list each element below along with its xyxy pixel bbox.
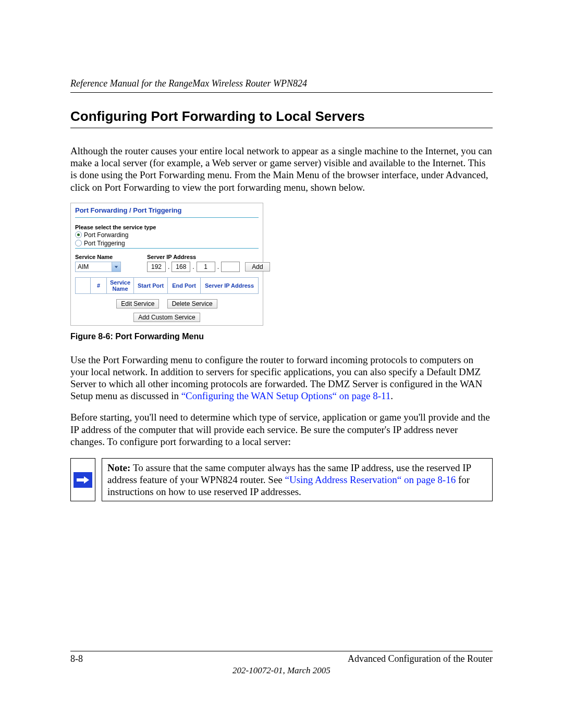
panel-title: Port Forwarding / Port Triggering bbox=[75, 205, 259, 217]
ip-octet-4[interactable] bbox=[221, 262, 240, 272]
crossref-address-reservation[interactable]: “Using Address Reservation“ on page 8-16 bbox=[285, 474, 456, 485]
ip-octet-3[interactable]: 1 bbox=[197, 262, 215, 272]
select-value: AIM bbox=[78, 263, 89, 270]
col-server-ip: Server IP Address bbox=[201, 277, 259, 293]
radio-label: Port Forwarding bbox=[84, 231, 128, 239]
add-button[interactable]: Add bbox=[245, 262, 270, 272]
svg-marker-0 bbox=[115, 266, 118, 268]
footer-docid: 202-10072-01, March 2005 bbox=[70, 665, 493, 676]
crossref-wan-setup[interactable]: “Configuring the WAN Setup Options“ on p… bbox=[181, 390, 391, 401]
page-footer: 8-8 Advanced Configuration of the Router… bbox=[70, 651, 493, 676]
col-end-port: End Port bbox=[168, 277, 201, 293]
note-lead: Note: bbox=[107, 462, 133, 473]
page-number: 8-8 bbox=[70, 653, 83, 664]
svg-rect-1 bbox=[77, 478, 84, 482]
ip-octet-1[interactable]: 192 bbox=[147, 262, 166, 272]
section-heading: Configuring Port Forwarding to Local Ser… bbox=[70, 108, 493, 128]
service-type-prompt: Please select the service type bbox=[75, 224, 259, 230]
radio-label: Port Triggering bbox=[84, 240, 125, 247]
radio-port-forwarding[interactable]: Port Forwarding bbox=[75, 231, 259, 239]
arrow-right-icon bbox=[74, 472, 92, 488]
col-start-port: Start Port bbox=[134, 277, 168, 293]
intro-paragraph: Although the router causes your entire l… bbox=[70, 145, 493, 193]
delete-service-button[interactable]: Delete Service bbox=[167, 299, 217, 309]
footer-chapter: Advanced Configuration of the Router bbox=[348, 653, 493, 664]
col-select bbox=[76, 277, 91, 293]
prep-paragraph: Before starting, you'll need to determin… bbox=[70, 411, 493, 448]
note-icon-box bbox=[70, 458, 95, 502]
note-text: Note: To assure that the same computer a… bbox=[102, 458, 493, 502]
server-ip-label: Server IP Address bbox=[147, 254, 270, 260]
usage-paragraph: Use the Port Forwarding menu to configur… bbox=[70, 354, 493, 402]
col-num: # bbox=[90, 277, 106, 293]
col-service-name: Service Name bbox=[106, 277, 133, 293]
service-name-label: Service Name bbox=[75, 254, 121, 260]
service-name-select[interactable]: AIM bbox=[75, 262, 121, 272]
port-forwarding-screenshot: Port Forwarding / Port Triggering Please… bbox=[70, 203, 263, 326]
chevron-down-icon bbox=[112, 262, 120, 272]
running-header: Reference Manual for the RangeMax Wirele… bbox=[70, 78, 493, 93]
radio-port-triggering[interactable]: Port Triggering bbox=[75, 240, 259, 247]
edit-service-button[interactable]: Edit Service bbox=[116, 299, 159, 309]
radio-icon bbox=[75, 240, 82, 246]
svg-marker-2 bbox=[84, 476, 89, 484]
panel-separator bbox=[75, 248, 259, 249]
services-table: # Service Name Start Port End Port Serve… bbox=[75, 277, 259, 294]
figure-caption: Figure 8-6: Port Forwarding Menu bbox=[70, 332, 493, 341]
ip-octet-2[interactable]: 168 bbox=[172, 262, 190, 272]
add-custom-service-button[interactable]: Add Custom Service bbox=[133, 313, 200, 322]
radio-icon bbox=[75, 231, 82, 238]
panel-separator bbox=[75, 217, 259, 218]
